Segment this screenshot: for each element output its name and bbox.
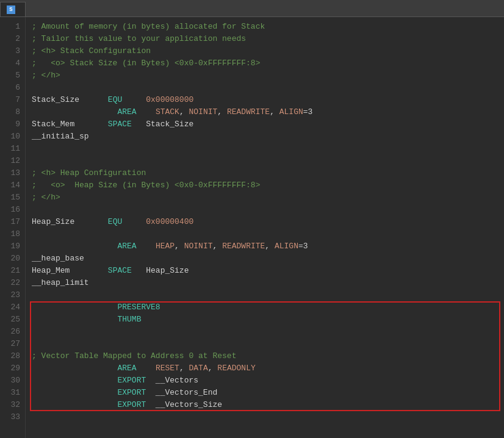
- code-line: [32, 155, 504, 167]
- line-number: 21: [0, 265, 25, 277]
- code-line: ; </h>: [32, 192, 504, 204]
- code-line: Heap_Size EQU 0x00000400: [32, 216, 504, 228]
- line-number: 10: [0, 131, 25, 143]
- line-number: 30: [0, 375, 25, 387]
- line-number: 16: [0, 204, 25, 216]
- code-line: __heap_limit: [32, 277, 504, 289]
- tab-bar: S: [0, 0, 504, 17]
- line-number: 26: [0, 326, 25, 338]
- line-number: 20: [0, 253, 25, 265]
- code-line: EXPORT __Vectors: [32, 375, 504, 387]
- line-number: 24: [0, 301, 25, 314]
- line-number: 7: [0, 94, 25, 106]
- code-line: ; Vector Table Mapped to Address 0 at Re…: [32, 350, 504, 362]
- code-line: ; <h> Stack Configuration: [32, 45, 504, 57]
- code-content: ; Amount of memory (in bytes) allocated …: [26, 17, 504, 438]
- line-number: 13: [0, 167, 25, 179]
- code-line: ; Tailor this value to your application …: [32, 33, 504, 45]
- line-number: 28: [0, 350, 25, 362]
- code-line: ; <o> Stack Size (in Bytes) <0x0-0xFFFFF…: [32, 57, 504, 70]
- line-number: 9: [0, 118, 25, 131]
- line-number: 8: [0, 106, 25, 118]
- code-line: Stack_Size EQU 0x00008000: [32, 94, 504, 106]
- line-number: 23: [0, 289, 25, 301]
- code-line: [32, 82, 504, 94]
- file-icon: S: [7, 5, 15, 14]
- code-line: EXPORT __Vectors_Size: [32, 399, 504, 411]
- code-line: [32, 143, 504, 155]
- code-line: Heap_Mem SPACE Heap_Size: [32, 265, 504, 277]
- code-line: AREA RESET, DATA, READONLY: [32, 362, 504, 375]
- line-number: 32: [0, 399, 25, 411]
- code-line: ; Amount of memory (in bytes) allocated …: [32, 21, 504, 33]
- code-line: ; <h> Heap Configuration: [32, 167, 504, 179]
- code-line: ; <o> Heap Size (in Bytes) <0x0-0xFFFFFF…: [32, 179, 504, 192]
- line-number: 19: [0, 240, 25, 253]
- line-number: 25: [0, 314, 25, 326]
- code-line: [32, 326, 504, 338]
- line-number: 2: [0, 33, 25, 45]
- line-number: 11: [0, 143, 25, 155]
- code-line: [32, 338, 504, 350]
- code-line: PRESERVE8: [32, 301, 504, 314]
- code-line: AREA HEAP, NOINIT, READWRITE, ALIGN=3: [32, 240, 504, 253]
- code-line: [32, 289, 504, 301]
- line-number: 4: [0, 57, 25, 70]
- file-tab[interactable]: S: [0, 2, 26, 16]
- line-number: 33: [0, 411, 25, 423]
- code-line: __initial_sp: [32, 131, 504, 143]
- line-number: 3: [0, 45, 25, 57]
- line-number: 6: [0, 82, 25, 94]
- line-number: 14: [0, 179, 25, 192]
- line-number: 5: [0, 70, 25, 82]
- line-number: 17: [0, 216, 25, 228]
- line-number: 18: [0, 228, 25, 240]
- code-line: ; </h>: [32, 70, 504, 82]
- line-number: 22: [0, 277, 25, 289]
- code-line: THUMB: [32, 314, 504, 326]
- line-number: 12: [0, 155, 25, 167]
- line-number: 27: [0, 338, 25, 350]
- code-line: [32, 204, 504, 216]
- code-line: [32, 411, 504, 423]
- code-line: EXPORT __Vectors_End: [32, 387, 504, 399]
- line-number: 15: [0, 192, 25, 204]
- code-line: AREA STACK, NOINIT, READWRITE, ALIGN=3: [32, 106, 504, 118]
- line-number: 29: [0, 362, 25, 375]
- line-number: 31: [0, 387, 25, 399]
- editor: 1234567891011121314151617181920212223242…: [0, 17, 504, 438]
- code-line: Stack_Mem SPACE Stack_Size: [32, 118, 504, 131]
- code-line: __heap_base: [32, 253, 504, 265]
- code-line: [32, 228, 504, 240]
- line-number: 1: [0, 21, 25, 33]
- line-numbers: 1234567891011121314151617181920212223242…: [0, 17, 26, 438]
